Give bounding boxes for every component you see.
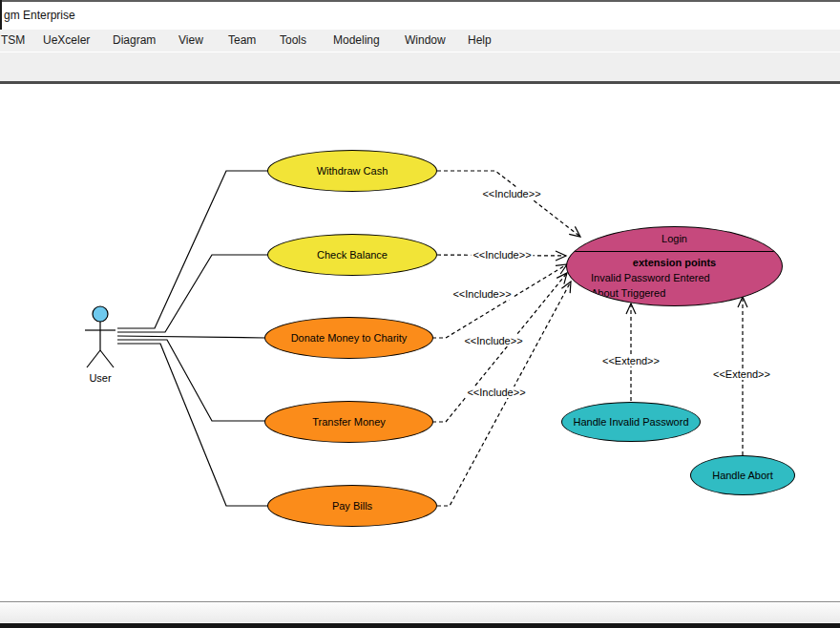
extend-label-handle-abort[interactable]: <<Extend>> [711, 368, 772, 380]
extension-points-heading: extension points [567, 257, 782, 268]
association-user-transfer[interactable] [117, 340, 265, 421]
include-label-check[interactable]: <<Include>> [471, 249, 533, 261]
association-user-withdraw[interactable] [117, 171, 268, 328]
association-user-donate[interactable] [117, 336, 265, 338]
use-case-pay-bills[interactable]: Pay Bills [267, 485, 437, 527]
include-label-pay[interactable]: <<Include>> [465, 387, 527, 398]
use-case-donate-money[interactable]: Donate Money to Charity [264, 317, 433, 359]
actor-head [93, 306, 108, 322]
use-case-handle-invalid-password[interactable]: Handle Invalid Password [561, 402, 701, 442]
include-label-donate[interactable]: <<Include>> [451, 288, 513, 300]
login-separator [567, 251, 782, 252]
use-case-handle-abort[interactable]: Handle Abort [690, 455, 795, 495]
include-label-transfer[interactable]: <<Include>> [462, 335, 524, 346]
use-case-check-balance[interactable]: Check Balance [267, 234, 437, 276]
use-case-login[interactable]: Login extension points Invalid Password … [566, 226, 783, 306]
actor-label: User [89, 372, 111, 384]
extension-point-invalid-password: Invalid Password Entered [591, 272, 710, 283]
arrowhead-include-pay [561, 282, 571, 293]
use-case-transfer-money[interactable]: Transfer Money [264, 401, 433, 443]
include-withdraw-login[interactable] [437, 171, 580, 237]
use-case-withdraw-cash[interactable]: Withdraw Cash [267, 150, 437, 192]
diagram-connectors [0, 0, 840, 628]
actor-leg-left [87, 350, 100, 367]
actor-figure[interactable] [85, 306, 116, 367]
extend-label-handle-invalid[interactable]: <<Extend>> [600, 355, 662, 366]
association-user-check[interactable] [117, 255, 268, 332]
actor-leg-right [100, 350, 114, 367]
include-label-withdraw[interactable]: <<Include>> [480, 188, 542, 199]
association-user-pay[interactable] [117, 344, 268, 506]
